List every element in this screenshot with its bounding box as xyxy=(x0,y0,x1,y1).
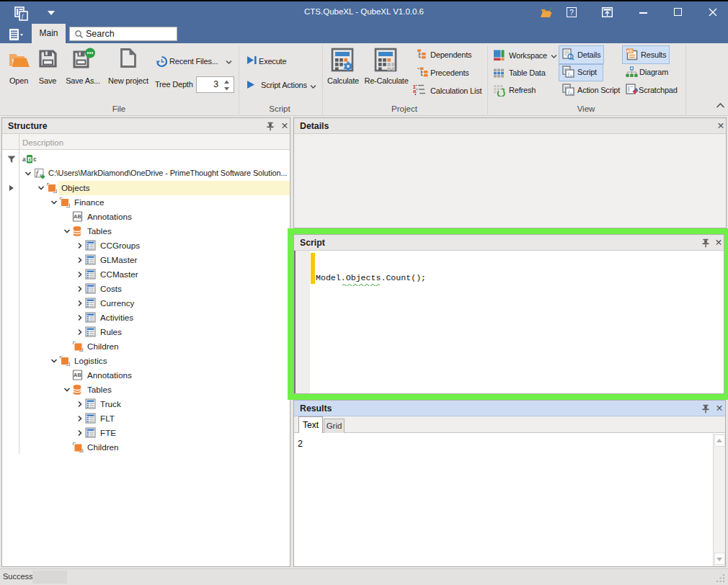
svg-text:a: a xyxy=(413,88,417,94)
svg-text:AB: AB xyxy=(74,213,81,220)
svg-text:B: B xyxy=(27,156,32,163)
svg-text:a: a xyxy=(22,156,26,163)
svg-text:c: c xyxy=(33,156,37,163)
svg-text:?: ? xyxy=(569,9,574,17)
svg-text:AB: AB xyxy=(74,372,81,378)
svg-text:ab: ab xyxy=(627,48,633,53)
